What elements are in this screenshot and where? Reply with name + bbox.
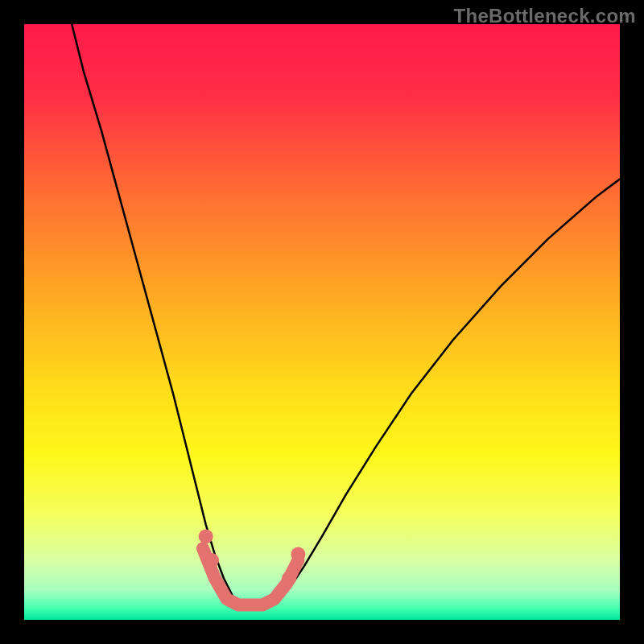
curve-layer — [24, 24, 620, 620]
watermark-text: TheBottleneck.com — [454, 5, 636, 27]
valley-dot — [282, 571, 296, 585]
valley-dot — [199, 529, 213, 543]
bottleneck-curve-left — [72, 24, 238, 602]
bottleneck-curve-right — [275, 179, 620, 601]
valley-dot — [204, 553, 219, 568]
chart-frame: TheBottleneck.com — [0, 0, 644, 644]
valley-dot — [291, 547, 305, 562]
plot-area — [24, 24, 620, 620]
